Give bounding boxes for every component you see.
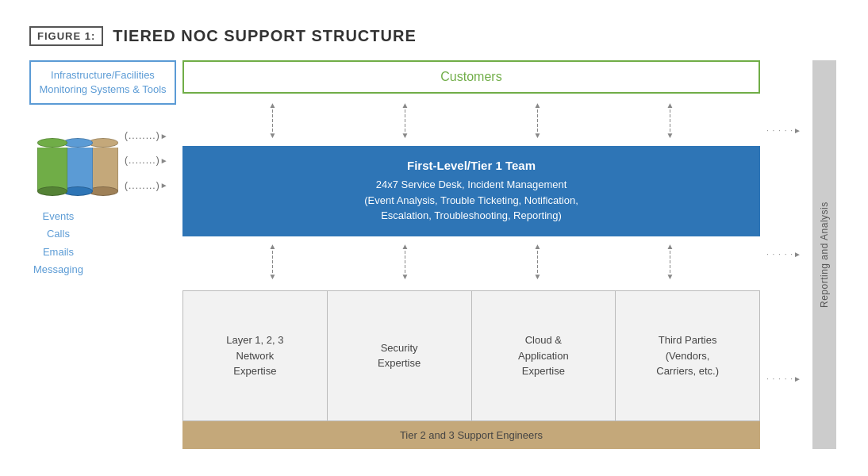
emails-label: Emails — [33, 244, 83, 261]
expertise-row: Layer 1, 2, 3NetworkExpertise SecurityEx… — [182, 290, 760, 422]
expertise-security: SecurityExpertise — [328, 290, 472, 422]
messaging-label: Messaging — [33, 261, 83, 278]
left-arrow-1: (........) ► — [125, 130, 169, 141]
vert-arrow-8: ▲ ▼ — [666, 243, 674, 281]
expertise-network: Layer 1, 2, 3NetworkExpertise — [182, 290, 328, 422]
right-arrow-2: · · · · ·► — [766, 250, 804, 259]
right-sidebar: Reporting and Analysis — [810, 60, 839, 449]
center-right-wrapper: Customers ▲ ▼ — [182, 60, 839, 449]
vert-arrow-4: ▲ ▼ — [666, 102, 674, 140]
right-arrow-3: · · · · ·► — [766, 374, 804, 383]
tier1-desc: 24x7 Service Desk, Incident Management(E… — [198, 177, 744, 224]
header: FIGURE 1: TIERED NOC SUPPORT STRUCTURE — [29, 26, 839, 46]
calls-label: Calls — [33, 225, 83, 243]
vert-arrows-row: ▲ ▼ ▲ — [182, 98, 760, 143]
vert-arrow-7: ▲ ▼ — [534, 243, 542, 281]
center-wrapper: Customers ▲ ▼ — [182, 60, 760, 449]
tier1-box: First-Level/Tier 1 Team 24x7 Service Des… — [182, 146, 760, 236]
vert-arrow-5: ▲ ▼ — [269, 243, 277, 281]
customers-box: Customers — [182, 60, 760, 94]
expertise-third-parties: Third Parties(Vendors,Carriers, etc.) — [616, 290, 760, 422]
vert-arrow-2: ▲ ▼ — [401, 102, 409, 140]
expertise-cloud: Cloud &ApplicationExpertise — [472, 290, 616, 422]
main-layout: Infrastructure/FacilitiesMonitoring Syst… — [29, 60, 839, 449]
main-container: FIGURE 1: TIERED NOC SUPPORT STRUCTURE I… — [13, 12, 855, 464]
left-column: Infrastructure/FacilitiesMonitoring Syst… — [29, 60, 176, 449]
tier1-title: First-Level/Tier 1 Team — [198, 159, 744, 172]
page-title: TIERED NOC SUPPORT STRUCTURE — [113, 27, 416, 45]
events-label: Events — [33, 208, 83, 225]
cylinder-green — [37, 138, 67, 196]
figure-label: FIGURE 1: — [29, 26, 103, 46]
right-arrow-1: · · · · ·► — [766, 126, 804, 135]
vert-arrow-3: ▲ ▼ — [534, 102, 542, 140]
infra-box: Infrastructure/FacilitiesMonitoring Syst… — [29, 60, 176, 105]
sidebar-label: Reporting and Analysis — [812, 60, 836, 449]
cylinders-area: (........) ► (........) ► (........) ► — [29, 122, 176, 449]
vert-arrow-1: ▲ ▼ — [269, 102, 277, 140]
vert-arrows-row-2: ▲ ▼ ▲ — [182, 240, 760, 284]
events-labels: Events Calls Emails Messaging — [33, 208, 83, 278]
vert-arrow-6: ▲ ▼ — [401, 243, 409, 281]
left-arrow-2: (........) ► — [125, 155, 169, 166]
tier23-box: Tier 2 and 3 Support Engineers — [182, 421, 760, 449]
left-arrow-3: (........) ► — [125, 180, 169, 191]
